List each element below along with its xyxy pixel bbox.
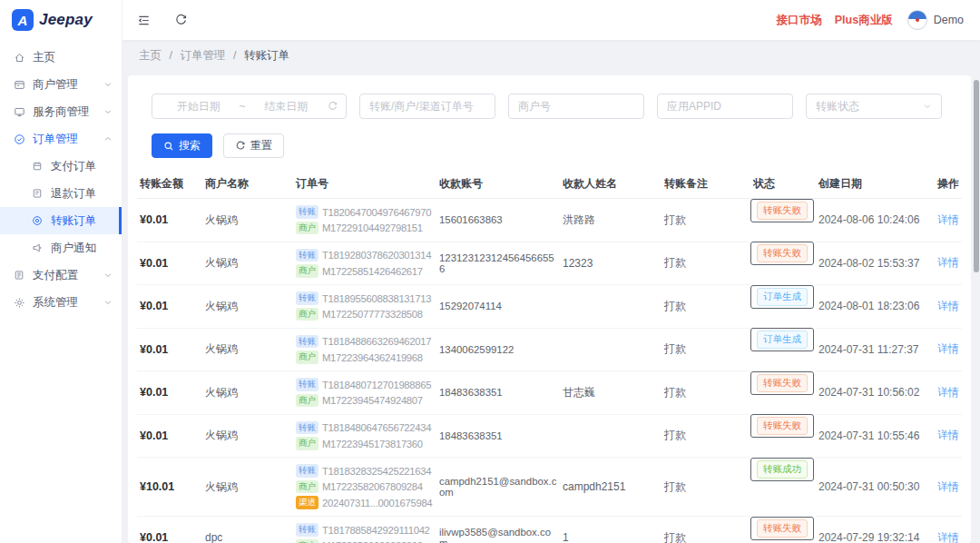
detail-link[interactable]: 详情 bbox=[937, 342, 959, 355]
detail-link[interactable]: 详情 bbox=[937, 386, 959, 399]
col-created: 创建日期 bbox=[816, 170, 923, 199]
table-row: ¥0.01dpc转账T1817885842929111042商户M1722252… bbox=[137, 517, 962, 543]
menu-fold-icon[interactable] bbox=[137, 14, 151, 27]
sidebar-item-label: 订单管理 bbox=[33, 132, 78, 147]
scrollbar[interactable] bbox=[973, 40, 980, 543]
detail-link[interactable]: 详情 bbox=[937, 213, 959, 226]
amount-cell: ¥0.01 bbox=[137, 285, 202, 329]
sidebar-item-0[interactable]: 主页 bbox=[0, 44, 122, 71]
remark-cell: 打款 bbox=[662, 199, 750, 242]
detail-link[interactable]: 详情 bbox=[937, 256, 959, 269]
sidebar-item-label: 支付订单 bbox=[51, 159, 96, 174]
reset-button[interactable]: 重置 bbox=[223, 133, 284, 158]
merchant-cell: 火锅鸡 bbox=[202, 328, 293, 371]
account-cell: 15292074114 bbox=[436, 285, 560, 329]
chevron-down-icon bbox=[103, 107, 113, 116]
refresh-icon[interactable] bbox=[174, 14, 188, 27]
mch-no-input[interactable] bbox=[508, 94, 644, 119]
status-cell: 订单生成 bbox=[750, 285, 814, 309]
detail-link[interactable]: 详情 bbox=[937, 531, 959, 543]
sidebar-item-6[interactable]: 转账订单 bbox=[0, 207, 122, 234]
created-cell: 2024-08-06 10:24:06 bbox=[816, 199, 923, 242]
transfer-order-line: 转账T1819280378620301314 bbox=[296, 248, 434, 262]
sidebar-item-label: 商户管理 bbox=[33, 77, 78, 93]
app-id-input[interactable] bbox=[657, 94, 793, 119]
sidebar-item-3[interactable]: 订单管理 bbox=[0, 125, 122, 153]
detail-link[interactable]: 详情 bbox=[937, 480, 959, 493]
order-no-cell: 转账T1818955608838131713商户M172250777733285… bbox=[293, 285, 436, 329]
remark-cell: 打款 bbox=[662, 371, 750, 415]
transfer-tag: 转账 bbox=[296, 378, 318, 391]
transfer-order-no: T1818480647656722434 bbox=[322, 420, 431, 435]
merchant-tag: 商户 bbox=[296, 480, 318, 494]
date-range-picker[interactable]: 开始日期 ~ 结束日期 bbox=[152, 94, 347, 119]
merchant-order-line: 商户M17222526900932800 bbox=[296, 538, 434, 543]
chevron-down-icon bbox=[103, 80, 113, 89]
table-row: ¥0.01火锅鸡转账T1819280378620301314商户M1722585… bbox=[137, 242, 962, 285]
content: 开始日期 ~ 结束日期 转账状态 bbox=[122, 70, 980, 543]
merchant-tag: 商户 bbox=[296, 437, 318, 450]
merchant-order-no: M17223582067809284 bbox=[322, 479, 423, 494]
sidebar-item-label: 转账订单 bbox=[51, 213, 96, 229]
account-cell: 18483638351 bbox=[436, 414, 560, 458]
search-button[interactable]: 搜索 bbox=[152, 133, 212, 158]
action-cell: 详情 bbox=[923, 458, 962, 517]
merchant-order-line: 商户M17225077773328508 bbox=[296, 307, 434, 321]
avatar[interactable] bbox=[907, 10, 927, 30]
logo[interactable]: A Jeepay bbox=[0, 0, 122, 40]
merchant-order-no: M17225077773328508 bbox=[322, 307, 423, 321]
status-cell: 转账失败 bbox=[750, 414, 814, 438]
sidebar-item-7[interactable]: 商户通知 bbox=[0, 234, 122, 262]
transfer-state-select[interactable]: 转账状态 bbox=[806, 94, 942, 119]
detail-link[interactable]: 详情 bbox=[937, 300, 959, 312]
order-no-cell: 转账T1818480712701988865商户M172239454749248… bbox=[293, 371, 436, 415]
order-no-input[interactable] bbox=[359, 94, 495, 119]
col-remark: 转账备注 bbox=[662, 170, 750, 199]
order-no-cell: 转账T1817885842929111042商户M172225269009328… bbox=[293, 517, 436, 543]
created-cell: 2024-07-31 10:55:46 bbox=[816, 414, 923, 458]
sidebar: A Jeepay 主页商户管理服务商管理订单管理支付订单退款订单转账订单商户通知… bbox=[0, 0, 122, 543]
merchant-tag: 商户 bbox=[296, 539, 318, 543]
merchant-icon bbox=[14, 78, 26, 91]
chevron-down-icon bbox=[103, 298, 113, 307]
link-api-market[interactable]: 接口市场 bbox=[777, 13, 822, 28]
amount-cell: ¥0.01 bbox=[137, 328, 202, 371]
merchant-cell: dpc bbox=[202, 517, 293, 543]
merchant-tag: 商户 bbox=[296, 350, 318, 364]
created-cell: 2024-07-31 11:27:37 bbox=[816, 328, 923, 371]
merchant-cell: 火锅鸡 bbox=[202, 242, 293, 285]
sidebar-menu: 主页商户管理服务商管理订单管理支付订单退款订单转账订单商户通知支付配置系统管理 bbox=[0, 40, 122, 316]
sidebar-item-2[interactable]: 服务商管理 bbox=[0, 98, 122, 125]
status-badge: 订单生成 bbox=[757, 288, 808, 306]
refund-icon bbox=[32, 187, 44, 200]
action-cell: 详情 bbox=[923, 414, 962, 458]
link-plus-commercial[interactable]: Plus商业版 bbox=[835, 13, 893, 28]
col-merchant: 商户名称 bbox=[202, 170, 293, 199]
sidebar-item-8[interactable]: 支付配置 bbox=[0, 262, 122, 289]
transfer-order-no: T1819280378620301314 bbox=[322, 248, 431, 262]
merchant-order-line: 商户M17223945173817360 bbox=[296, 437, 434, 451]
payee-cell: 1 bbox=[560, 517, 662, 543]
account-cell: 123123123124564566556 bbox=[436, 242, 560, 285]
reset-button-label: 重置 bbox=[250, 138, 272, 153]
sidebar-item-1[interactable]: 商户管理 bbox=[0, 71, 122, 98]
created-cell: 2024-07-31 10:56:02 bbox=[816, 371, 923, 415]
scrollbar-thumb[interactable] bbox=[974, 80, 979, 272]
breadcrumb-order-mgmt[interactable]: 订单管理 bbox=[180, 49, 225, 62]
sidebar-item-5[interactable]: 退款订单 bbox=[0, 180, 122, 207]
breadcrumb-home[interactable]: 主页 bbox=[139, 49, 162, 62]
status-cell: 转账失败 bbox=[750, 517, 814, 540]
table-row: ¥0.01火锅鸡转账T1820647004976467970商户M1722910… bbox=[137, 199, 962, 242]
sidebar-item-9[interactable]: 系统管理 bbox=[0, 289, 122, 316]
table-header-row: 转账金额 商户名称 订单号 收款账号 收款人姓名 转账备注 状态 创建日期 操作 bbox=[137, 170, 962, 199]
transfer-order-line: 转账T1818480647656722434 bbox=[296, 420, 434, 435]
payee-cell bbox=[560, 328, 662, 371]
detail-link[interactable]: 详情 bbox=[937, 429, 959, 441]
transfer-state-placeholder: 转账状态 bbox=[816, 99, 859, 114]
remark-cell: 打款 bbox=[662, 328, 750, 371]
merchant-order-line: 商户M17223945474924807 bbox=[296, 393, 434, 408]
merchant-tag: 商户 bbox=[296, 308, 318, 321]
user-name[interactable]: Demo bbox=[934, 14, 964, 26]
sidebar-item-4[interactable]: 支付订单 bbox=[0, 153, 122, 180]
order-no-cell: 转账T1818328325425221634商户M172235820678092… bbox=[293, 458, 436, 517]
